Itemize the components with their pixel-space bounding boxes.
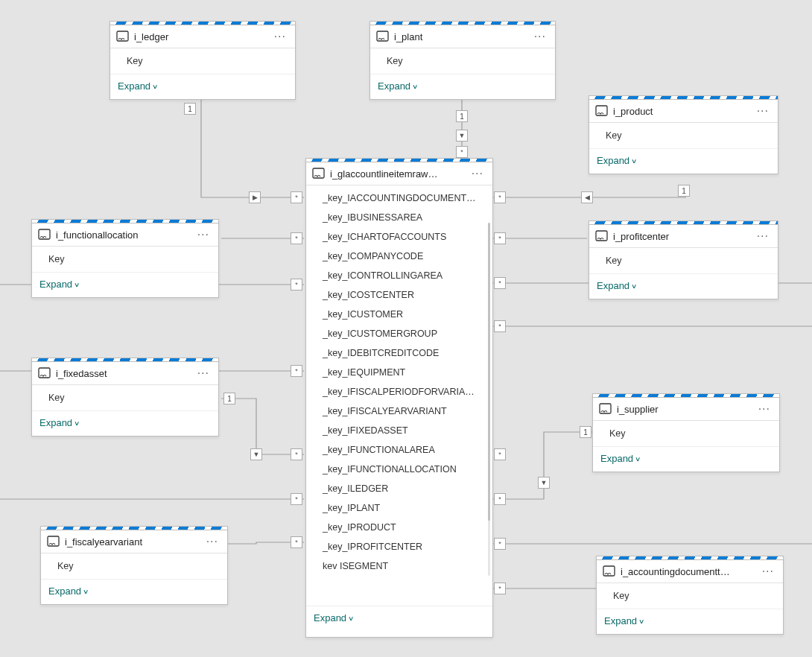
field-item[interactable]: _key_ICUSTOMER bbox=[306, 305, 492, 324]
cardinality-many: * bbox=[494, 277, 506, 289]
table-node-ledger[interactable]: i_ledger ··· Key Expand∨ bbox=[110, 21, 296, 100]
field-item[interactable]: _key_IFISCALYEARVARIANT bbox=[306, 402, 492, 421]
field-item[interactable]: _key_ICOMPANYCODE bbox=[306, 247, 492, 266]
more-button[interactable]: ··· bbox=[757, 402, 772, 416]
table-icon bbox=[595, 230, 609, 242]
field-item[interactable]: _key_ILEDGER bbox=[306, 479, 492, 498]
field-item[interactable]: _key_IPLANT bbox=[306, 498, 492, 518]
expand-button[interactable]: Expand∨ bbox=[41, 579, 227, 604]
cardinality-many: * bbox=[494, 583, 506, 594]
more-button[interactable]: ··· bbox=[196, 366, 211, 380]
field-item[interactable]: _key_IBUSINESSAREA bbox=[306, 208, 492, 227]
field-item[interactable]: _key_IFUNCTIONALAREA bbox=[306, 440, 492, 460]
node-title: i_fixedasset bbox=[51, 368, 196, 379]
field-item[interactable]: _key_IPROFITCENTER bbox=[306, 537, 492, 556]
expand-button[interactable]: Expand∨ bbox=[306, 606, 492, 631]
table-icon bbox=[599, 403, 612, 415]
field-key: Key bbox=[589, 126, 778, 145]
arrow-icon: ▼ bbox=[456, 130, 468, 142]
more-button[interactable]: ··· bbox=[470, 167, 485, 180]
table-icon bbox=[376, 31, 390, 42]
scrollbar-thumb[interactable] bbox=[488, 223, 490, 521]
field-item[interactable]: _key_ICOSTCENTER bbox=[306, 285, 492, 305]
field-item[interactable]: _key_ICONTROLLINGAREA bbox=[306, 266, 492, 285]
table-node-fixedasset[interactable]: i_fixedasset ··· Key Expand∨ bbox=[31, 358, 219, 437]
cardinality-many: * bbox=[494, 493, 506, 505]
field-item[interactable]: kev ISEGMENT bbox=[306, 556, 492, 576]
node-title: i_plant bbox=[390, 31, 533, 42]
cardinality-many: * bbox=[291, 493, 302, 505]
table-icon bbox=[116, 31, 130, 42]
expand-button[interactable]: Expand∨ bbox=[589, 148, 778, 174]
node-title: i_product bbox=[609, 106, 755, 117]
table-node-glaccountlineitemraw[interactable]: i_glaccountlineitemraw… ··· _key_IACCOUN… bbox=[305, 158, 493, 638]
expand-button[interactable]: Expand∨ bbox=[589, 273, 778, 299]
more-button[interactable]: ··· bbox=[533, 30, 548, 43]
more-button[interactable]: ··· bbox=[755, 229, 770, 243]
cardinality-many: * bbox=[291, 448, 302, 460]
cardinality-many: * bbox=[291, 365, 302, 377]
field-list[interactable]: _key_IACCOUNTINGDOCUMENTT…_key_IBUSINESS… bbox=[306, 185, 492, 606]
field-key: Key bbox=[32, 250, 218, 269]
table-node-supplier[interactable]: i_supplier ··· Key Expand∨ bbox=[592, 393, 780, 472]
cardinality-many: * bbox=[456, 146, 468, 158]
table-node-fiscalyearvariant[interactable]: i_fiscalyearvariant ··· Key Expand∨ bbox=[40, 526, 228, 605]
table-icon bbox=[595, 105, 609, 117]
cardinality-one: 1 bbox=[184, 103, 196, 115]
expand-button[interactable]: Expand∨ bbox=[593, 446, 779, 472]
table-node-product[interactable]: i_product ··· Key Expand∨ bbox=[589, 95, 778, 174]
cardinality-many: * bbox=[494, 538, 506, 550]
field-item[interactable]: _key_IFIXEDASSET bbox=[306, 421, 492, 440]
cardinality-many: * bbox=[291, 536, 302, 548]
field-item[interactable]: _key_IEQUIPMENT bbox=[306, 363, 492, 382]
cardinality-one: 1 bbox=[223, 393, 235, 404]
cardinality-many: * bbox=[291, 191, 302, 203]
node-title: i_fiscalyearvariant bbox=[60, 536, 205, 548]
expand-button[interactable]: Expand∨ bbox=[370, 74, 555, 99]
arrow-icon: ▼ bbox=[250, 448, 262, 460]
table-node-accountingdocument[interactable]: i_accountingdocumentt… ··· Key Expand∨ bbox=[596, 556, 784, 635]
expand-button[interactable]: Expand∨ bbox=[32, 410, 218, 436]
cardinality-one: 1 bbox=[580, 426, 591, 438]
field-key: Key bbox=[32, 388, 218, 407]
cardinality-many: * bbox=[494, 320, 506, 332]
cardinality-many: * bbox=[291, 232, 302, 244]
node-title: i_functionallocation bbox=[51, 229, 196, 241]
cardinality-many: * bbox=[291, 279, 302, 291]
expand-button[interactable]: Expand∨ bbox=[597, 609, 783, 634]
expand-button[interactable]: Expand∨ bbox=[110, 74, 295, 99]
table-node-plant[interactable]: i_plant ··· Key Expand∨ bbox=[369, 21, 556, 100]
more-button[interactable]: ··· bbox=[273, 30, 288, 43]
table-node-functionallocation[interactable]: i_functionallocation ··· Key Expand∨ bbox=[31, 219, 219, 298]
field-item[interactable]: _key_IFUNCTIONALLOCATION bbox=[306, 460, 492, 479]
field-item[interactable]: _key_IPRODUCT bbox=[306, 518, 492, 537]
field-key: Key bbox=[597, 586, 783, 606]
cardinality-many: * bbox=[494, 232, 506, 244]
field-key: Key bbox=[110, 51, 295, 71]
table-icon bbox=[47, 536, 60, 548]
field-item[interactable]: _key_IDEBITCREDITCODE bbox=[306, 343, 492, 363]
field-key: Key bbox=[370, 51, 555, 71]
node-title: i_profitcenter bbox=[609, 231, 755, 242]
cardinality-one: 1 bbox=[678, 185, 690, 197]
table-icon bbox=[312, 168, 326, 180]
more-button[interactable]: ··· bbox=[755, 104, 770, 118]
table-icon bbox=[38, 229, 51, 241]
field-item[interactable]: _key_ICHARTOFACCOUNTS bbox=[306, 227, 492, 247]
node-title: i_supplier bbox=[612, 404, 757, 415]
more-button[interactable]: ··· bbox=[196, 228, 211, 241]
cardinality-many: * bbox=[494, 448, 506, 460]
table-icon bbox=[603, 565, 616, 577]
node-title: i_accountingdocumentt… bbox=[616, 566, 761, 577]
field-item[interactable]: _key_ICUSTOMERGROUP bbox=[306, 324, 492, 343]
field-item[interactable]: _key_IFISCALPERIODFORVARIANT bbox=[306, 382, 492, 402]
expand-button[interactable]: Expand∨ bbox=[32, 272, 218, 297]
more-button[interactable]: ··· bbox=[761, 565, 775, 578]
more-button[interactable]: ··· bbox=[205, 535, 220, 548]
cardinality-many: * bbox=[494, 191, 506, 203]
field-item[interactable]: _key_IACCOUNTINGDOCUMENTT… bbox=[306, 188, 492, 208]
field-key: Key bbox=[589, 251, 778, 270]
table-node-profitcenter[interactable]: i_profitcenter ··· Key Expand∨ bbox=[589, 220, 778, 299]
cardinality-one: 1 bbox=[456, 110, 468, 122]
node-title: i_glaccountlineitemraw… bbox=[326, 168, 470, 180]
